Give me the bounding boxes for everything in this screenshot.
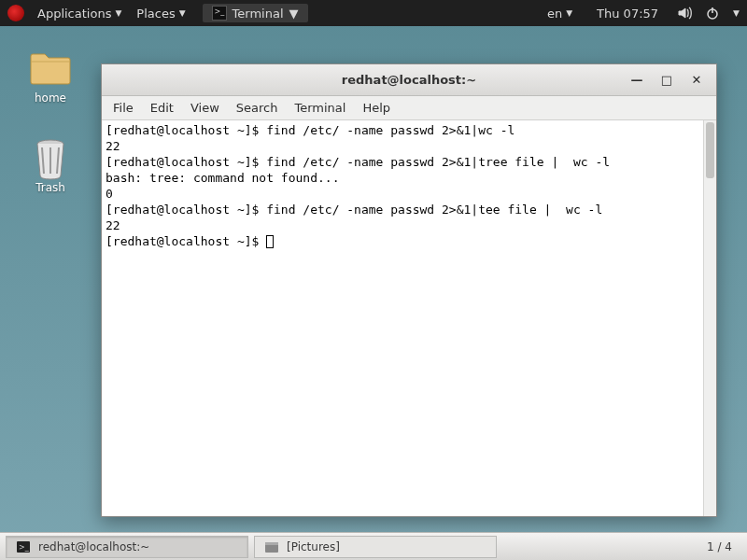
menu-edit[interactable]: Edit xyxy=(150,101,174,115)
close-button[interactable]: ✕ xyxy=(690,73,703,87)
trash-icon xyxy=(28,136,73,177)
active-app-label: Terminal xyxy=(233,7,284,21)
applications-menu[interactable]: Applications ▼ xyxy=(32,7,127,21)
desktop-icon-home[interactable]: home xyxy=(17,47,84,105)
chevron-down-icon: ▼ xyxy=(289,7,299,21)
folder-icon xyxy=(264,539,279,554)
scrollbar[interactable] xyxy=(703,120,716,516)
minimize-button[interactable]: — xyxy=(630,73,643,87)
desktop-icon-label: Trash xyxy=(17,181,84,194)
window-titlebar[interactable]: redhat@localhost:~ — □ ✕ xyxy=(102,64,716,96)
menu-help[interactable]: Help xyxy=(362,101,390,115)
chevron-down-icon: ▼ xyxy=(115,8,121,18)
menu-search[interactable]: Search xyxy=(236,101,278,115)
terminal-output[interactable]: [redhat@localhost ~]$ find /etc/ -name p… xyxy=(102,120,703,516)
desktop-icon-label: home xyxy=(17,91,84,105)
desktop[interactable]: home Trash redhat@localhost:~ — □ ✕ File… xyxy=(0,26,747,532)
places-menu[interactable]: Places ▼ xyxy=(131,7,190,21)
chevron-down-icon: ▼ xyxy=(566,8,572,18)
volume-icon[interactable] xyxy=(677,6,692,21)
power-icon[interactable] xyxy=(705,6,720,21)
workspace-switcher[interactable]: 1 / 4 xyxy=(698,540,741,553)
clock-label: Thu 07:57 xyxy=(597,7,658,21)
scrollbar-thumb[interactable] xyxy=(706,122,714,178)
menu-terminal[interactable]: Terminal xyxy=(294,101,345,115)
applications-label: Applications xyxy=(37,7,111,21)
redhat-logo-icon xyxy=(7,5,24,21)
top-panel: Applications ▼ Places ▼ Terminal ▼ en ▼ … xyxy=(0,0,747,26)
svg-text:>_: >_ xyxy=(19,543,30,552)
workspace-label: 1 / 4 xyxy=(707,540,732,553)
menubar: File Edit View Search Terminal Help xyxy=(102,96,716,120)
active-app-indicator[interactable]: Terminal ▼ xyxy=(203,4,308,22)
keyboard-layout[interactable]: en ▼ xyxy=(542,7,578,21)
chevron-down-icon: ▼ xyxy=(179,8,186,18)
clock[interactable]: Thu 07:57 xyxy=(591,7,664,21)
desktop-icon-trash[interactable]: Trash xyxy=(17,136,84,194)
keyboard-layout-label: en xyxy=(547,7,562,21)
taskbar-item-pictures[interactable]: [Pictures] xyxy=(254,536,497,558)
bottom-panel: >_ redhat@localhost:~ [Pictures] 1 / 4 xyxy=(0,532,747,560)
maximize-button[interactable]: □ xyxy=(660,73,673,87)
taskbar-item-label: redhat@localhost:~ xyxy=(38,540,149,553)
folder-icon xyxy=(28,47,73,88)
taskbar-item-terminal[interactable]: >_ redhat@localhost:~ xyxy=(6,536,248,558)
places-label: Places xyxy=(136,7,175,21)
chevron-down-icon: ▼ xyxy=(733,8,740,18)
terminal-icon: >_ xyxy=(16,539,31,554)
menu-file[interactable]: File xyxy=(113,101,134,115)
taskbar-item-label: [Pictures] xyxy=(287,540,340,553)
terminal-window: redhat@localhost:~ — □ ✕ File Edit View … xyxy=(101,63,717,517)
svg-rect-6 xyxy=(265,542,278,545)
menu-view[interactable]: View xyxy=(190,101,219,115)
window-title: redhat@localhost:~ xyxy=(102,73,716,87)
terminal-icon xyxy=(212,6,227,21)
